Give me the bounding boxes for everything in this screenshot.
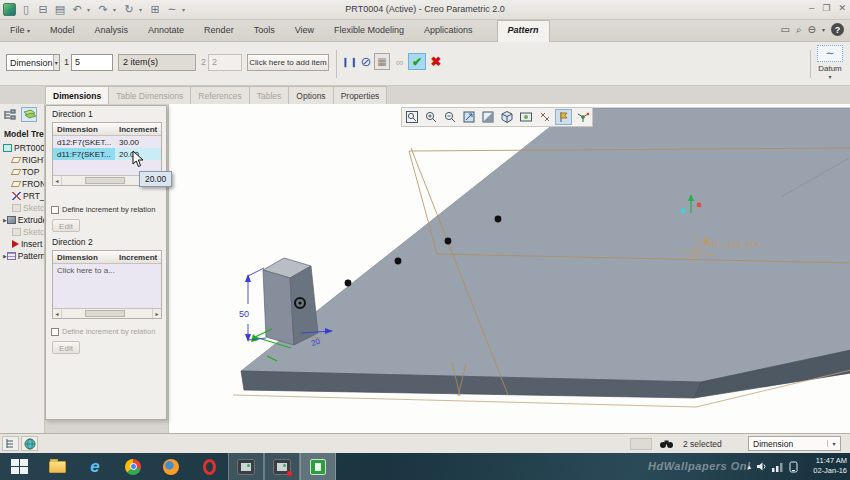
pattern-instance-point[interactable] — [445, 238, 452, 245]
tab-tools[interactable]: Tools — [244, 21, 285, 43]
pattern-instance-point[interactable] — [495, 216, 502, 223]
tab-annotate[interactable]: Annotate — [138, 21, 194, 43]
feature-preview-icon[interactable]: ▦ — [374, 53, 390, 70]
direction1-count-input[interactable]: 5 — [71, 54, 113, 71]
panel-tab-options[interactable]: Options — [288, 86, 333, 104]
minimize-button[interactable]: – — [809, 3, 814, 13]
scroll-thumb[interactable] — [85, 177, 126, 184]
tab-applications[interactable]: Applications — [414, 21, 483, 43]
opera-button[interactable] — [190, 453, 228, 480]
dimension-row-d12[interactable]: d12:F7(SKET... 30.00 — [53, 136, 161, 148]
pattern-icon — [7, 252, 16, 260]
tree-item-extrude[interactable]: ▶Extrude — [0, 214, 44, 226]
display-style-icon[interactable] — [479, 109, 496, 125]
locator-caret[interactable]: ▾ — [822, 26, 825, 33]
pattern-instance-point[interactable] — [345, 280, 352, 287]
tree-item-front-plane[interactable]: FRONT — [0, 178, 44, 190]
command-locator-icon[interactable]: ⊖ — [808, 24, 816, 35]
relation-checkbox[interactable] — [51, 206, 59, 214]
chrome-button[interactable] — [114, 453, 152, 480]
dimension-row-d11[interactable]: d11:F7(SKET... 20.00 — [53, 148, 161, 160]
spin-center-icon[interactable] — [574, 109, 591, 125]
start-button[interactable] — [0, 453, 38, 480]
3d-viewport[interactable]: 50 20 — [168, 104, 850, 433]
tree-item-part[interactable]: PRT0004 — [0, 142, 44, 154]
tray-expand-icon[interactable]: ▴ — [747, 463, 751, 471]
tab-flexible-modeling[interactable]: Flexible Modeling — [324, 21, 414, 43]
network-icon[interactable] — [772, 461, 784, 472]
tab-file[interactable]: File ▾ — [0, 21, 40, 43]
pattern-type-select[interactable]: Dimension ▾ — [6, 54, 60, 71]
scroll-right-icon[interactable]: ► — [152, 309, 161, 318]
dimension-50-value[interactable]: 50 — [239, 309, 249, 319]
tree-item-sketch1[interactable]: Sketch — [0, 202, 44, 214]
web-browser-toggle-icon[interactable] — [21, 436, 38, 451]
panel-tab-properties[interactable]: Properties — [333, 86, 388, 104]
zoom-region-icon[interactable] — [403, 109, 420, 125]
direction1-items-field[interactable]: 2 item(s) — [118, 54, 196, 71]
active-app-button[interactable] — [300, 453, 336, 480]
increment-cell[interactable]: 30.00 — [115, 136, 161, 148]
direction2-placeholder-row[interactable]: Click here to a... — [53, 264, 161, 276]
direction1-edit-button[interactable]: Edit — [52, 219, 80, 232]
csys-label[interactable]: PRT_CSYS_DEF — [705, 241, 760, 248]
direction2-edit-button: Edit — [52, 341, 80, 354]
help-icon[interactable]: ? — [831, 23, 844, 36]
placeholder-cell[interactable]: Click here to a... — [53, 264, 115, 276]
refit-icon[interactable] — [460, 109, 477, 125]
pause-icon[interactable]: ❙❙ — [342, 53, 358, 70]
firefox-button[interactable] — [152, 453, 190, 480]
media-app2-button[interactable] — [264, 453, 300, 480]
media-app2-icon — [273, 459, 291, 475]
zoom-in-icon[interactable] — [422, 109, 439, 125]
minimize-ribbon-icon[interactable]: ▭ — [781, 24, 790, 35]
tree-item-top-plane[interactable]: TOP — [0, 166, 44, 178]
direction2-table[interactable]: Dimension Increment Click here to a... ◄… — [52, 250, 162, 319]
taskbar-clock[interactable]: 11:47 AM 02-Jan-16 — [813, 456, 847, 476]
tree-item-insert-here[interactable]: Insert — [0, 238, 44, 250]
no-preview-icon[interactable]: ⊘ — [358, 53, 374, 70]
media-app-button[interactable] — [228, 453, 264, 480]
annotation-display-icon[interactable] — [555, 109, 572, 125]
scroll-thumb[interactable] — [85, 310, 126, 317]
selection-filter-select[interactable]: Dimension ▾ — [748, 436, 841, 451]
internet-explorer-button[interactable]: e — [76, 453, 114, 480]
device-icon[interactable] — [789, 461, 798, 473]
datum-group-caret[interactable]: ▾ — [812, 73, 848, 80]
find-icon[interactable] — [658, 436, 675, 451]
show-list-icon[interactable] — [2, 107, 18, 122]
tree-item-csys[interactable]: PRT_CS — [0, 190, 44, 202]
view-image-icon[interactable] — [517, 109, 534, 125]
scroll-track[interactable] — [62, 309, 152, 318]
volume-icon[interactable] — [756, 461, 767, 472]
tab-analysis[interactable]: Analysis — [85, 21, 139, 43]
dimension-cell[interactable]: d12:F7(SKET... — [53, 136, 115, 148]
search-icon[interactable]: ⌕ — [796, 24, 802, 36]
zoom-out-icon[interactable] — [441, 109, 458, 125]
tab-view[interactable]: View — [285, 21, 324, 43]
cancel-button[interactable]: ✖ — [428, 53, 444, 70]
maximize-button[interactable]: ❐ — [822, 3, 830, 13]
accept-button[interactable]: ✔ — [408, 53, 426, 70]
direction2-count-input[interactable]: 2 — [208, 54, 242, 71]
tab-pattern[interactable]: Pattern — [497, 20, 550, 42]
tab-model[interactable]: Model — [40, 21, 85, 43]
datum-curve-icon[interactable]: ∼ — [817, 45, 843, 62]
scroll-left-icon[interactable]: ◄ — [53, 176, 62, 185]
tab-render[interactable]: Render — [194, 21, 244, 43]
direction2-hscrollbar[interactable]: ◄ ► — [53, 308, 161, 318]
close-button[interactable]: ✕ — [838, 3, 846, 13]
file-explorer-button[interactable] — [38, 453, 76, 480]
panel-tab-dimensions[interactable]: Dimensions — [45, 86, 109, 104]
datum-display-icon[interactable] — [536, 109, 553, 125]
pattern-instance-point[interactable] — [395, 258, 402, 265]
tree-item-right-plane[interactable]: RIGHT — [0, 154, 44, 166]
saved-orientations-icon[interactable] — [498, 109, 515, 125]
dimension-cell[interactable]: d11:F7(SKET... — [53, 148, 115, 160]
tree-item-sketch2[interactable]: Sketch — [0, 226, 44, 238]
scroll-left-icon[interactable]: ◄ — [53, 309, 62, 318]
add-item-button[interactable]: Click here to add item — [247, 54, 329, 71]
tree-item-pattern[interactable]: ▶Pattern — [0, 250, 44, 262]
navigator-toggle-icon[interactable] — [2, 436, 19, 451]
model-tree-settings-icon[interactable] — [21, 107, 37, 122]
